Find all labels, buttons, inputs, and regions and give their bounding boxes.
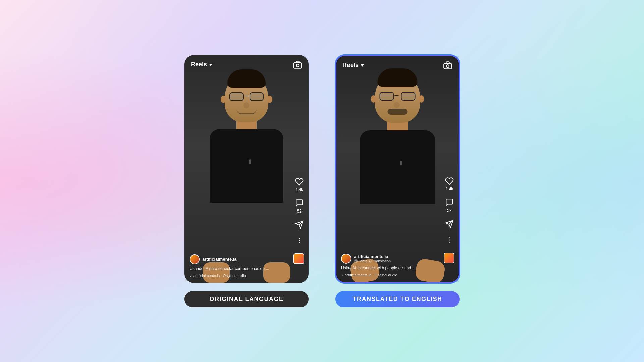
translated-camera-icon[interactable] — [443, 61, 452, 70]
translated-to-english-button[interactable]: TRANSLATED TO ENGLISH — [335, 291, 460, 307]
original-user-avatar — [190, 254, 200, 264]
translated-dropdown-icon — [361, 64, 364, 67]
translate-circle-icon: ↻ — [354, 259, 358, 263]
original-reels-title[interactable]: Reels — [191, 61, 212, 68]
original-share-action[interactable] — [294, 220, 304, 230]
translated-side-actions: 1.4k 52 — [444, 176, 454, 245]
svg-point-13 — [449, 242, 450, 243]
original-more-options[interactable] — [296, 237, 303, 246]
original-reels-label: Reels — [191, 61, 207, 68]
translated-like-count: 1.4k — [446, 187, 453, 191]
original-comment-action[interactable]: 52 — [294, 198, 304, 214]
original-camera-icon[interactable] — [293, 60, 302, 69]
translated-reels-title[interactable]: Reels — [342, 62, 364, 69]
original-profile-thumbnail[interactable] — [293, 253, 304, 264]
original-language-button[interactable]: ORIGINAL LANGUAGE — [184, 291, 309, 307]
original-video-area[interactable]: 1.4k 52 — [185, 55, 308, 283]
translated-comment-count: 52 — [447, 208, 451, 213]
translated-audio-label: artificialmente.ia · Original audio — [345, 273, 397, 277]
translated-profile-thumbnail[interactable] — [444, 253, 454, 263]
original-phone-header: Reels — [185, 55, 308, 73]
translated-user-info: artificialmente.ia ↻ Meta AI Translation — [354, 254, 391, 263]
original-username: artificialmente.ia — [202, 257, 237, 262]
original-music-note-icon: ♪ — [190, 273, 192, 278]
translation-badge-label: Meta AI Translation — [359, 259, 391, 263]
svg-point-12 — [449, 239, 450, 240]
translated-comment-action[interactable]: 52 — [444, 197, 454, 213]
translated-reels-label: Reels — [342, 62, 359, 69]
original-like-action[interactable]: 1.4k — [294, 177, 304, 192]
original-phone-wrapper: Reels — [184, 55, 309, 307]
translated-more-options[interactable] — [446, 236, 453, 245]
original-bottom-info: artificialmente.ia Usando IA para conect… — [185, 251, 291, 283]
translated-user-row: artificialmente.ia ↻ Meta AI Translation — [341, 254, 437, 264]
original-side-actions: 1.4k 52 — [294, 177, 304, 246]
svg-rect-7 — [444, 63, 451, 69]
svg-point-4 — [299, 238, 300, 239]
translated-caption: Using AI to connect with people around .… — [341, 266, 437, 270]
translated-user-avatar — [341, 254, 351, 264]
original-dropdown-icon — [209, 64, 212, 66]
svg-point-8 — [446, 65, 449, 67]
original-user-row: artificialmente.ia — [190, 254, 287, 264]
translation-badge: ↻ Meta AI Translation — [354, 259, 391, 263]
svg-point-11 — [449, 237, 450, 238]
original-comment-count: 52 — [297, 209, 301, 214]
translated-bottom-info: artificialmente.ia ↻ Meta AI Translation… — [336, 250, 442, 282]
translated-username: artificialmente.ia — [354, 254, 391, 259]
svg-point-5 — [299, 240, 300, 241]
translated-phone-frame: Reels — [335, 55, 460, 283]
svg-point-1 — [296, 64, 299, 67]
svg-rect-0 — [293, 63, 301, 68]
translated-like-action[interactable]: 1.4k — [444, 176, 454, 191]
original-phone-frame: Reels — [184, 55, 309, 283]
original-audio-label: artificialmente.ia · Original audio — [193, 274, 246, 278]
phones-container: Reels — [184, 55, 460, 307]
translated-video-area[interactable]: 1.4k 52 — [336, 56, 459, 282]
translated-audio-row: ♪ artificialmente.ia · Original audio — [341, 273, 437, 277]
original-caption: Usando IA para conectar con personas de … — [190, 266, 287, 271]
original-like-count: 1.4k — [296, 187, 303, 192]
translated-music-note-icon: ♪ — [341, 273, 343, 277]
translated-phone-wrapper: Reels — [335, 55, 460, 307]
svg-point-6 — [299, 242, 300, 243]
translated-phone-header: Reels — [336, 56, 459, 73]
translated-share-action[interactable] — [444, 219, 454, 229]
original-audio-row: ♪ artificialmente.ia · Original audio — [190, 273, 287, 278]
